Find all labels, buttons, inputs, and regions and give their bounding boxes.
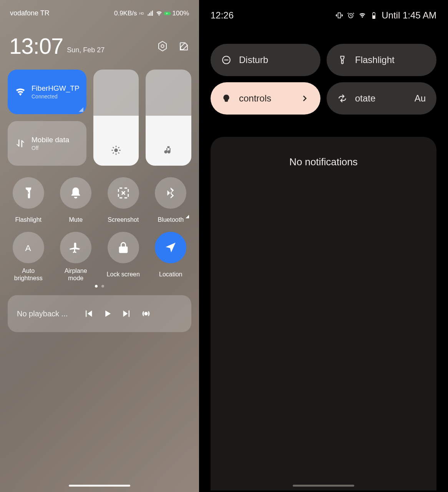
status-bar: vodafone TR 0.9KB/s HD 100%	[8, 0, 191, 20]
expand-icon	[186, 215, 189, 218]
clock-date: Sun, Feb 27	[67, 46, 105, 57]
home-indicator[interactable]	[69, 485, 130, 487]
tile-label: Flashlight	[15, 213, 41, 227]
clock-header: 13:07 Sun, Feb 27	[8, 35, 191, 57]
airplane-icon	[69, 241, 82, 254]
quick-tiles-grid: Flashlight Mute Screenshot Bluetooth A A…	[8, 177, 191, 282]
svg-point-5	[114, 148, 118, 152]
status-right: 0.9KB/s HD 100%	[114, 10, 189, 17]
wifi-icon	[156, 10, 163, 17]
mobile-data-card[interactable]: Mobile data Off	[8, 121, 86, 166]
clock-time: 12:26	[211, 10, 234, 21]
location-tile[interactable]	[155, 232, 186, 263]
vibrate-icon	[335, 12, 343, 19]
mobile-data-icon	[15, 138, 26, 149]
carrier-label: vodafone TR	[10, 9, 50, 17]
svg-text:HD: HD	[139, 12, 144, 15]
volume-slider[interactable]	[146, 70, 191, 166]
brightness-icon	[111, 145, 121, 156]
tile-label: Flashlight	[355, 55, 395, 65]
mute-tile[interactable]	[60, 177, 91, 209]
svg-line-11	[118, 153, 119, 153]
wifi-status: Connected	[32, 93, 80, 100]
media-title: No playback ...	[17, 309, 75, 318]
svg-rect-19	[373, 12, 375, 13]
svg-rect-3	[170, 13, 171, 14]
flashlight-tile[interactable]: Flashlight	[327, 44, 436, 76]
settings-icon[interactable]	[157, 40, 168, 52]
edit-icon[interactable]	[178, 40, 190, 52]
clock-time: 13:07	[9, 35, 63, 57]
page-indicator	[8, 285, 191, 288]
wifi-icon	[15, 86, 26, 98]
expand-corner-icon	[79, 107, 83, 112]
net-speed: 0.9KB/s	[114, 10, 137, 17]
audio-output-icon[interactable]	[141, 308, 151, 319]
bulb-icon	[221, 93, 231, 103]
screenshot-tile[interactable]	[108, 177, 139, 209]
wifi-icon	[358, 12, 366, 19]
location-icon	[164, 241, 177, 254]
battery-icon	[370, 12, 378, 19]
status-bar: 12:26 Until 1:45 AM	[211, 0, 436, 21]
page-dot	[95, 285, 98, 288]
lock-icon	[117, 241, 130, 254]
dnd-tile[interactable]: Disturb	[211, 44, 320, 76]
wifi-name: FiberHGW_TP	[32, 84, 80, 93]
tile-label: Airplane mode	[65, 267, 87, 282]
airplane-tile[interactable]	[60, 232, 91, 263]
pixel-notification-shade: 12:26 Until 1:45 AM Disturb Flashlight c…	[199, 0, 448, 492]
notifications-panel: No notifications	[211, 137, 436, 490]
flashlight-icon	[337, 55, 347, 65]
battery-pct: 100%	[173, 10, 189, 17]
lock-screen-tile[interactable]	[108, 232, 139, 263]
flashlight-icon	[22, 186, 35, 199]
rotate-icon	[337, 93, 347, 103]
wifi-card[interactable]: FiberHGW_TP Connected	[8, 70, 86, 114]
svg-line-13	[118, 147, 119, 148]
tile-label: Auto brightness	[14, 267, 43, 282]
dnd-icon	[221, 55, 231, 65]
alarm-icon	[347, 12, 355, 19]
auto-brightness-tile[interactable]: A	[13, 232, 44, 263]
auto-brightness-icon: A	[22, 241, 35, 254]
prev-track-icon[interactable]	[83, 308, 94, 319]
tile-label: Disturb	[239, 55, 268, 65]
tile-label: Bluetooth	[158, 213, 184, 227]
mobile-data-label: Mobile data	[32, 136, 69, 144]
battery-text: Until 1:45 AM	[382, 10, 436, 21]
tile-label: controls	[239, 93, 271, 104]
svg-line-10	[113, 147, 114, 148]
brightness-slider[interactable]	[93, 70, 139, 166]
tile-label: Mute	[69, 213, 83, 227]
no-notifications-text: No notifications	[289, 156, 358, 168]
svg-line-12	[113, 153, 114, 153]
home-controls-tile[interactable]: controls	[211, 82, 320, 115]
chevron-right-icon	[300, 93, 310, 103]
bluetooth-tile[interactable]	[155, 177, 186, 209]
bell-icon	[69, 186, 82, 199]
hd-icon: HD	[139, 10, 146, 17]
media-control-card[interactable]: No playback ...	[8, 295, 191, 332]
play-icon[interactable]	[102, 308, 113, 319]
next-track-icon[interactable]	[121, 308, 132, 319]
home-indicator[interactable]	[293, 485, 354, 487]
tile-label: Screenshot	[108, 213, 139, 227]
auto-rotate-tile[interactable]: otate Au	[327, 82, 436, 115]
svg-text:A: A	[25, 243, 31, 253]
tile-label: Au	[415, 93, 426, 104]
flashlight-tile[interactable]	[13, 177, 44, 209]
screenshot-icon	[117, 186, 130, 199]
tile-label: Location	[159, 267, 183, 282]
miui-control-center: vodafone TR 0.9KB/s HD 100% 13:07 Sun, F…	[0, 0, 199, 492]
tile-label: otate	[355, 93, 375, 104]
music-icon	[163, 145, 174, 156]
bluetooth-icon	[164, 186, 177, 199]
signal-icon	[147, 10, 154, 17]
quick-settings-tiles: Disturb Flashlight controls otate Au	[211, 44, 436, 115]
tile-label: Lock screen	[107, 267, 140, 282]
svg-rect-18	[373, 15, 375, 18]
page-dot	[101, 285, 104, 288]
mobile-data-status: Off	[32, 145, 69, 151]
svg-point-4	[161, 45, 164, 48]
